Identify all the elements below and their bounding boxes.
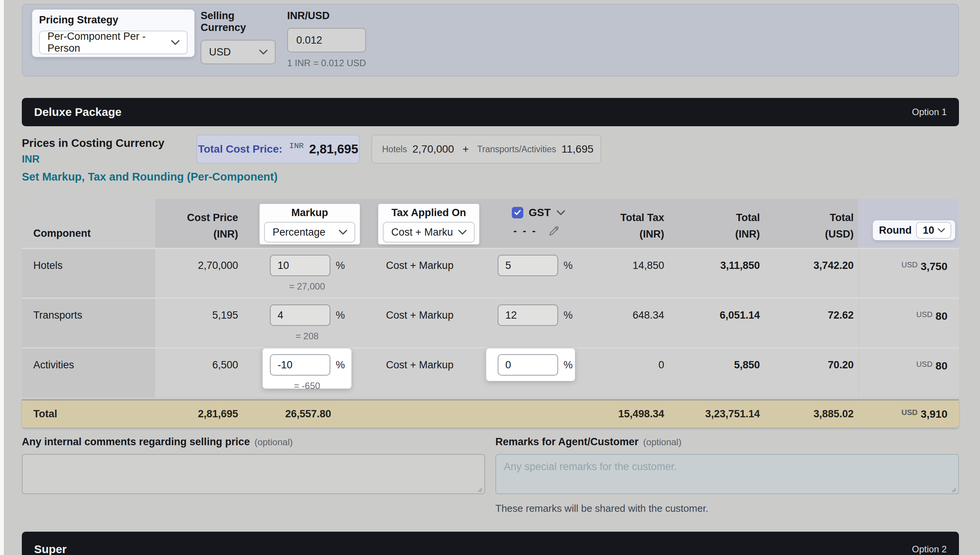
selling-currency-select[interactable]: USD [201, 40, 276, 64]
gst-checkbox[interactable] [512, 207, 523, 218]
pricing-strategy-label: Pricing Strategy [39, 14, 188, 26]
optional-tag: (optional) [255, 437, 293, 448]
tax-input[interactable] [498, 255, 558, 276]
package-title: Super [34, 543, 67, 555]
rounded-value: 80 [936, 310, 947, 322]
percent-sign: % [564, 309, 573, 321]
remarks-helper-text: These remarks will be shared with the cu… [495, 503, 959, 514]
markup-cell: % = 27,000 [238, 249, 360, 298]
rounded-value: 3,750 [921, 260, 947, 272]
header-cost-price: Cost Price (INR) [155, 199, 238, 248]
total-cost-price-box: Total Cost Price: INR 2,81,695 [196, 135, 360, 164]
total-label: Total [22, 408, 155, 420]
package-header-super[interactable]: Super Option 2 [22, 532, 959, 555]
markup-input[interactable] [270, 354, 330, 376]
table-row-activities: Activities 6,500 % = -650 Cost + Markup … [22, 347, 959, 397]
selling-currency-value: USD [209, 46, 231, 58]
table-row-hotels: Hotels 2,70,000 % = 27,000 Cost + Markup… [22, 248, 959, 298]
internal-comments-textarea[interactable] [22, 454, 485, 494]
tax-input[interactable] [498, 354, 558, 376]
total-markup: 26,557.80 [238, 408, 360, 420]
header-tax-applied: Tax Applied On [383, 207, 475, 219]
table-row-transports: Transports 5,195 % = 208 Cost + Markup % [22, 298, 959, 347]
markup-calc: = 27,000 [289, 281, 325, 292]
internal-comments-label: Any internal comments regarding selling … [22, 436, 250, 448]
table-total-row: Total 2,81,695 26,557.80 15,498.34 3,23,… [22, 399, 959, 428]
total-usd-value: 70.20 [760, 348, 858, 397]
markup-table: Component Cost Price (INR) Markup Percen… [22, 199, 959, 428]
header-total-usd: Total (USD) [760, 199, 858, 248]
tax-applied-header-box: Tax Applied On Cost + Marku [378, 204, 479, 244]
package-option-badge: Option 1 [912, 107, 947, 117]
total-usd-value: 72.62 [760, 299, 858, 347]
exchange-rate-helper: 1 INR = 0.012 USD [287, 58, 366, 68]
pricing-settings-panel: Pricing Strategy Per-Component Per -Pers… [22, 4, 959, 76]
header-total-inr: Total (INR) [664, 199, 760, 248]
rounded-value: 80 [936, 360, 947, 372]
header-markup: Markup [264, 207, 355, 219]
pricing-strategy-field: Pricing Strategy Per-Component Per -Pers… [32, 10, 194, 57]
optional-tag: (optional) [643, 437, 681, 448]
chevron-down-icon[interactable] [556, 210, 565, 215]
round-control: Round 10 [873, 220, 955, 240]
cost-price-value: 6,500 [155, 348, 238, 397]
selling-currency-field: Selling Currency USD [201, 10, 276, 64]
rounded-value-cell: USD80 [858, 348, 959, 397]
currency-code: USD [916, 360, 933, 368]
markup-calc: = -650 [294, 381, 320, 391]
hotels-value: 2,70,000 [412, 143, 454, 155]
markup-input[interactable] [270, 304, 330, 326]
highlighted-tax-box: % [486, 348, 575, 381]
pencil-icon[interactable] [548, 225, 560, 237]
header-round-cell: Round 10 [858, 199, 959, 248]
tax-cell: % [480, 249, 578, 298]
round-value: 10 [923, 225, 934, 236]
cost-price-value: 5,195 [155, 299, 238, 347]
remarks-textarea[interactable] [495, 454, 959, 494]
currency-code: USD [902, 260, 918, 269]
tax-cell: % [480, 348, 578, 397]
plus-sign: + [462, 143, 469, 155]
total-tax-sum: 15,498.34 [578, 408, 664, 420]
rounded-value-cell: USD3,750 [858, 249, 959, 298]
tax-applied-mode-select[interactable]: Cost + Marku [383, 222, 475, 243]
total-usd-value: 3,742.20 [760, 249, 858, 298]
pricing-strategy-select[interactable]: Per-Component Per -Person [39, 31, 188, 54]
package-option-badge: Option 2 [912, 544, 947, 555]
gst-rate-placeholder: - - - [513, 225, 537, 237]
page-left-edge [0, 0, 4, 555]
transports-activities-label: Transports/Activities [477, 144, 556, 155]
exchange-rate-input[interactable] [287, 28, 366, 52]
resize-handle-icon[interactable] [477, 487, 483, 493]
package-title: Deluxe Package [34, 106, 121, 119]
total-inr-value: 6,051.14 [664, 299, 760, 347]
exchange-rate-field: INR/USD 1 INR = 0.012 USD [287, 10, 366, 68]
set-markup-heading: Set Markup, Tax and Rounding (Per-Compon… [22, 171, 278, 183]
tax-cell: % [480, 299, 578, 347]
hotels-label: Hotels [382, 144, 407, 155]
markup-header-box: Markup Percentage [260, 204, 360, 244]
total-tax-value: 0 [578, 348, 664, 397]
total-inr-value: 5,850 [664, 348, 760, 397]
component-name: Transports [22, 299, 155, 347]
tax-applied-value: Cost + Markup [360, 348, 480, 397]
header-markup-cell: Markup Percentage [238, 199, 360, 248]
total-tax-value: 648.34 [578, 299, 664, 347]
percent-sign: % [336, 260, 345, 272]
component-name: Hotels [22, 249, 155, 298]
total-rounded-value: 3,910 [921, 408, 947, 420]
pricing-strategy-value: Per-Component Per -Person [47, 31, 171, 54]
resize-handle-icon[interactable] [951, 487, 957, 493]
tax-input[interactable] [498, 304, 558, 326]
percent-sign: % [336, 309, 345, 321]
tax-applied-value: Cost + Markup [360, 299, 480, 347]
table-header-row: Component Cost Price (INR) Markup Percen… [22, 199, 959, 248]
round-select[interactable]: 10 [916, 222, 951, 239]
header-tax-applied-cell: Tax Applied On Cost + Marku [360, 199, 480, 248]
chevron-down-icon [458, 229, 467, 235]
markup-mode-select[interactable]: Percentage [264, 222, 355, 243]
markup-cell: % = 208 [238, 299, 360, 347]
package-header-deluxe[interactable]: Deluxe Package Option 1 [22, 98, 959, 126]
total-cost-price-value: 2,81,695 [309, 142, 358, 156]
markup-input[interactable] [270, 255, 330, 276]
